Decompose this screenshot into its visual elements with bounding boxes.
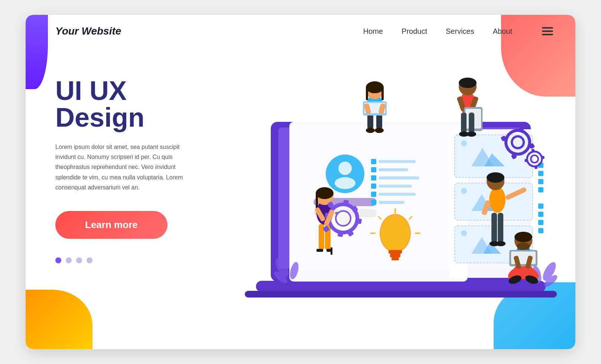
svg-point-8 — [335, 177, 355, 189]
svg-point-132 — [496, 241, 506, 246]
main-content: Your Website Home Product Services About… — [26, 15, 575, 349]
svg-rect-21 — [379, 176, 419, 179]
svg-rect-129 — [491, 213, 497, 243]
svg-rect-44 — [538, 187, 543, 192]
learn-more-button[interactable]: Learn more — [55, 211, 168, 239]
svg-point-98 — [459, 78, 477, 88]
svg-rect-84 — [366, 87, 368, 100]
svg-rect-2 — [256, 281, 546, 292]
page-wrapper: Your Website Home Product Services About… — [26, 15, 575, 349]
svg-point-144 — [517, 243, 530, 250]
svg-point-32 — [461, 140, 467, 146]
svg-point-114 — [316, 187, 334, 199]
site-logo: Your Website — [55, 25, 121, 37]
svg-rect-68 — [390, 254, 400, 257]
svg-rect-18 — [371, 167, 376, 172]
svg-rect-69 — [392, 257, 399, 260]
svg-rect-3 — [245, 291, 557, 298]
hero-illustration — [234, 55, 546, 334]
svg-rect-111 — [331, 247, 332, 255]
svg-rect-109 — [316, 249, 323, 252]
svg-rect-48 — [538, 228, 543, 233]
svg-rect-26 — [371, 200, 376, 205]
svg-rect-25 — [379, 193, 416, 196]
svg-point-36 — [461, 188, 467, 194]
hamburger-menu-icon[interactable] — [542, 27, 553, 35]
svg-rect-23 — [379, 185, 412, 188]
svg-point-106 — [467, 131, 476, 137]
svg-rect-104 — [469, 113, 474, 133]
dot-3[interactable] — [76, 257, 82, 263]
svg-rect-85 — [381, 87, 384, 100]
svg-rect-61 — [531, 149, 535, 153]
carousel-dots — [55, 257, 234, 263]
svg-rect-63 — [524, 159, 528, 162]
ui-ux-illustration — [234, 55, 546, 334]
svg-rect-20 — [371, 175, 376, 181]
dot-2[interactable] — [66, 257, 72, 263]
svg-rect-43 — [538, 179, 543, 184]
nav-home[interactable]: Home — [363, 27, 383, 36]
svg-rect-45 — [538, 204, 543, 209]
svg-rect-67 — [389, 250, 402, 254]
navbar: Your Website Home Product Services About — [26, 15, 575, 48]
svg-point-86 — [371, 91, 373, 93]
svg-point-145 — [514, 232, 532, 242]
nav-links: Home Product Services About — [363, 27, 553, 36]
hero-left: UI UX Design Lorem ipsum dolor sit amet,… — [55, 55, 234, 263]
svg-point-66 — [381, 215, 409, 251]
svg-rect-19 — [379, 168, 408, 171]
hero-section: UI UX Design Lorem ipsum dolor sit amet,… — [26, 48, 575, 345]
illustration-svg — [241, 48, 561, 315]
svg-point-87 — [376, 91, 379, 93]
svg-point-133 — [489, 187, 506, 213]
svg-point-40 — [461, 230, 467, 236]
dot-4[interactable] — [87, 257, 92, 263]
svg-rect-46 — [538, 212, 543, 217]
svg-point-135 — [487, 172, 504, 183]
svg-rect-103 — [461, 113, 467, 133]
svg-point-7 — [338, 162, 352, 175]
hero-description: Lorem ipsum dolor sit amet, sea putant s… — [55, 142, 196, 192]
svg-rect-24 — [371, 192, 376, 197]
svg-point-83 — [366, 81, 384, 93]
hero-title: UI UX Design — [55, 77, 234, 131]
svg-rect-16 — [371, 159, 376, 164]
nav-product[interactable]: Product — [402, 27, 427, 36]
svg-rect-47 — [538, 220, 543, 225]
svg-point-91 — [375, 128, 384, 133]
svg-rect-130 — [498, 213, 503, 243]
svg-rect-64 — [541, 156, 545, 159]
svg-rect-62 — [534, 165, 537, 169]
svg-rect-42 — [538, 171, 543, 176]
dot-1[interactable] — [55, 257, 61, 263]
svg-point-90 — [366, 128, 375, 133]
nav-services[interactable]: Services — [446, 27, 474, 36]
svg-rect-17 — [379, 160, 416, 163]
svg-rect-27 — [379, 201, 405, 204]
svg-rect-22 — [371, 183, 376, 189]
nav-about[interactable]: About — [493, 27, 512, 36]
